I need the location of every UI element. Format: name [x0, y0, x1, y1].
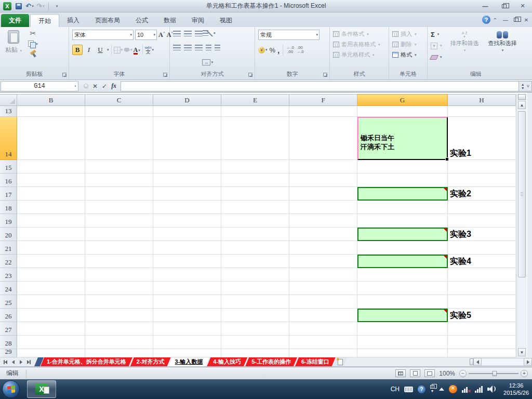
- taskbar-excel-button[interactable]: X: [27, 380, 56, 398]
- cell-G19[interactable]: [357, 214, 448, 228]
- row-header-21[interactable]: 21: [0, 241, 17, 255]
- cell-F14[interactable]: [289, 117, 357, 160]
- cell-G21[interactable]: [357, 241, 448, 255]
- cell-E16[interactable]: [221, 174, 289, 187]
- cell-G18[interactable]: [357, 201, 448, 214]
- page-layout-view-button[interactable]: [410, 369, 420, 377]
- namebox-resize-knob[interactable]: [84, 84, 88, 88]
- cell-G16[interactable]: [357, 174, 448, 187]
- window-switch-icon[interactable]: ▾: [430, 385, 434, 393]
- fill-button[interactable]: ▼▾: [431, 41, 442, 50]
- cell-H21[interactable]: [448, 241, 516, 255]
- cell-C17[interactable]: [85, 187, 153, 201]
- cell-E21[interactable]: [221, 241, 289, 255]
- copy-button[interactable]: ▾: [28, 41, 38, 47]
- cell-G17[interactable]: [357, 187, 448, 201]
- cell-D24[interactable]: [153, 282, 221, 295]
- paste-button[interactable]: 粘贴 ▾: [3, 29, 24, 69]
- cell-C13[interactable]: [85, 106, 153, 117]
- cell-C15[interactable]: [85, 160, 153, 174]
- save-button[interactable]: [14, 2, 23, 10]
- cell-C14[interactable]: [85, 117, 153, 160]
- row-header-16[interactable]: 16: [0, 174, 17, 187]
- dialog-launcher-clipboard[interactable]: [62, 73, 66, 77]
- align-right-button[interactable]: [195, 45, 203, 50]
- name-box[interactable]: G14▾: [1, 81, 78, 91]
- wrap-text-button[interactable]: [203, 30, 208, 36]
- accounting-format-button[interactable]: ¥▾: [258, 47, 268, 54]
- decrease-decimal-button[interactable]: .00→.0: [296, 46, 304, 54]
- formula-input[interactable]: [121, 81, 518, 91]
- cell-H18[interactable]: [448, 201, 516, 214]
- find-select-button[interactable]: 查找和选择 ▾: [483, 29, 522, 52]
- cell-B16[interactable]: [17, 174, 85, 187]
- middle-align-button[interactable]: [184, 31, 192, 36]
- insert-cells-button[interactable]: 插入▾: [392, 30, 417, 38]
- minimize-button[interactable]: —: [479, 2, 491, 10]
- dialog-launcher-number[interactable]: [323, 73, 327, 77]
- merge-center-button[interactable]: ↔▾: [202, 59, 213, 65]
- cell-D18[interactable]: [153, 201, 221, 214]
- cell-B27[interactable]: [17, 322, 85, 336]
- row-header-18[interactable]: 18: [0, 201, 17, 214]
- font-size-combo[interactable]: 10▾: [135, 30, 157, 40]
- zoom-track[interactable]: [469, 373, 518, 374]
- top-align-button[interactable]: [173, 31, 181, 36]
- last-sheet-button[interactable]: [25, 358, 32, 365]
- cell-F17[interactable]: [289, 187, 357, 201]
- language-indicator[interactable]: CH: [391, 385, 400, 393]
- decrease-indent-button[interactable]: [206, 45, 211, 50]
- sheet-tab-5-工作表的操作[interactable]: 5-工作表的操作: [245, 357, 297, 366]
- cell-C21[interactable]: [85, 241, 153, 255]
- cell-H29[interactable]: [448, 349, 516, 357]
- workbook-restore-button[interactable]: [511, 16, 521, 24]
- cell-E25[interactable]: [221, 295, 289, 309]
- cell-G24[interactable]: [357, 282, 448, 295]
- cell-D16[interactable]: [153, 174, 221, 187]
- cell-E24[interactable]: [221, 282, 289, 295]
- grow-font-button[interactable]: A˄: [158, 31, 165, 39]
- cell-D17[interactable]: [153, 187, 221, 201]
- cell-F29[interactable]: [289, 349, 357, 357]
- comma-style-button[interactable]: ,: [277, 46, 280, 55]
- cell-H14-label[interactable]: 实验1: [448, 117, 516, 160]
- tab-开始[interactable]: 开始: [30, 14, 59, 27]
- increase-decimal-button[interactable]: ←.0.00: [286, 46, 294, 54]
- bold-button[interactable]: B: [72, 45, 83, 55]
- bottom-align-button[interactable]: [195, 31, 203, 36]
- zoom-in-button[interactable]: +: [521, 370, 528, 377]
- signal-strength-icon[interactable]: [475, 386, 483, 393]
- undo-button[interactable]: ↶▾: [25, 2, 34, 10]
- column-header-B[interactable]: B: [17, 94, 85, 106]
- clock[interactable]: 12:36 2015/5/26: [503, 382, 529, 396]
- tab-file[interactable]: 文件: [1, 14, 29, 27]
- volume-icon[interactable]: [487, 385, 496, 393]
- cell-B22[interactable]: [17, 255, 85, 268]
- cell-E17[interactable]: [221, 187, 289, 201]
- row-header-24[interactable]: 24: [0, 282, 17, 295]
- cell-D23[interactable]: [153, 268, 221, 282]
- align-center-button[interactable]: [184, 45, 192, 50]
- cell-G27[interactable]: [357, 322, 448, 336]
- sort-filter-button[interactable]: A Z▼ 排序和筛选 ▾: [446, 29, 483, 52]
- dialog-launcher-font[interactable]: [163, 73, 167, 77]
- cell-F28[interactable]: [289, 336, 357, 349]
- row-header-13[interactable]: 13: [0, 106, 17, 117]
- enter-button[interactable]: ✓: [102, 83, 107, 90]
- cell-F22[interactable]: [289, 255, 357, 268]
- action-center-icon[interactable]: [449, 385, 457, 393]
- cell-H13[interactable]: [448, 106, 516, 117]
- row-header-29[interactable]: 29: [0, 349, 17, 357]
- cell-B18[interactable]: [17, 201, 85, 214]
- autosum-button[interactable]: Σ▾: [431, 30, 442, 39]
- cell-B26[interactable]: [17, 309, 85, 322]
- scrollbar-thumb[interactable]: [518, 111, 526, 277]
- cell-D29[interactable]: [153, 349, 221, 357]
- cell-F15[interactable]: [289, 160, 357, 174]
- sheet-tab-3-输入数据[interactable]: 3-输入数据: [169, 357, 209, 366]
- cell-B29[interactable]: [17, 349, 85, 357]
- cell-F18[interactable]: [289, 201, 357, 214]
- cell-D14[interactable]: [153, 117, 221, 160]
- zoom-level[interactable]: 100%: [439, 370, 455, 377]
- cell-E23[interactable]: [221, 268, 289, 282]
